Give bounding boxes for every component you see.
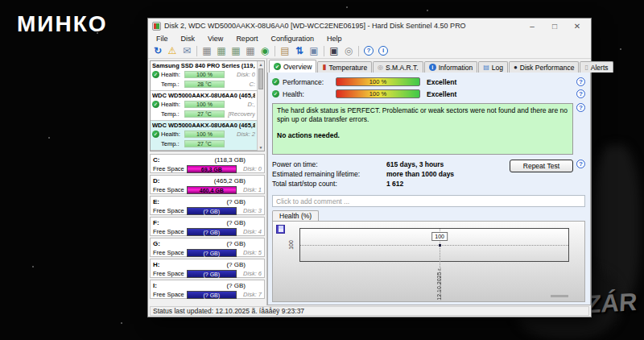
test-button-group: Repeat Test ? (510, 160, 585, 192)
titlebar[interactable]: Disk 2, WDC WD5000AAKX-08U6AA0 [WD-WCC2E… (148, 19, 591, 33)
report-icon[interactable]: ▤ (278, 44, 292, 57)
disk-detect-icon[interactable]: ▦ (200, 44, 214, 57)
tab-label: Disk Performance (520, 64, 575, 72)
partition-disk: Disk: 3 (239, 207, 262, 214)
health-chart-tab[interactable]: Health (%) (272, 210, 319, 221)
free-space-label: Free Space (153, 186, 184, 193)
refresh-icon[interactable]: ↻ (151, 44, 165, 57)
temp-bar: 27 °C (184, 140, 225, 147)
disk-entry-1[interactable]: WDC WD5000AAKX-08U6AA0(465,8 GB) ✓ Healt… (151, 91, 257, 121)
network-icon[interactable]: ▣ (307, 44, 321, 57)
tab-bar: ✔Overview ▮Temperature ◎S.M.A.R.T. iInfo… (267, 59, 591, 73)
partition-d[interactable]: D:(465,2 GB) Free Space460,4 GBDisk: 1 (150, 175, 265, 194)
free-space-label: Free Space (153, 165, 184, 172)
maximize-button[interactable]: □ (545, 19, 564, 32)
message-icon[interactable]: ✉ (180, 44, 194, 57)
partition-disk: Disk: 1 (239, 186, 262, 193)
disk-test-icon[interactable]: ▦ (214, 44, 229, 57)
sync-icon[interactable]: ⇅ (292, 44, 307, 57)
free-space-label: Free Space (153, 291, 184, 298)
partition-disk: Disk: 6 (239, 270, 262, 277)
tab-disk-performance[interactable]: ●Disk Performance (509, 61, 579, 73)
partition-h[interactable]: H:(? GB) Free Space(? GB)Disk: 6 (150, 259, 265, 278)
tab-overview[interactable]: ✔Overview (269, 60, 316, 73)
disk-list-scrollbar[interactable]: ▲ ▼ (257, 61, 264, 151)
partition-disk: Disk: 0 (239, 165, 262, 172)
temp-bar: 28 °C (184, 81, 225, 88)
disk-index: Disk: 2 (226, 131, 255, 138)
disk-entry-2-selected[interactable]: WDC WD5000AAKX-08U6AA0(465,8 GB) ✓ Healt… (151, 121, 257, 151)
tab-alerts[interactable]: ▯Alerts (580, 61, 613, 73)
partition-size: (118,3 GB) (214, 156, 262, 164)
partition-disk: Disk: 7 (239, 291, 262, 298)
remaining-lifetime-value: more than 1000 days (386, 170, 454, 178)
menu-disk[interactable]: Disk (175, 35, 202, 43)
close-button[interactable]: ✕ (568, 19, 587, 32)
help-icon[interactable]: ? (364, 46, 374, 56)
health-rating: Excellent (427, 90, 456, 98)
disk-model: WDC WD5000AAKX-08U6AA0 (152, 92, 237, 99)
status-text: Status last updated: 12.10.2025 ã. íåäåë… (150, 306, 589, 316)
data-point-label: 100 (431, 232, 448, 241)
repeat-test-button[interactable]: Repeat Test (510, 160, 573, 172)
scroll-thumb[interactable] (258, 68, 263, 89)
main-panel: ✔Overview ▮Temperature ◎S.M.A.R.T. iInfo… (266, 59, 591, 305)
power-on-time-value: 615 days, 3 hours (386, 160, 444, 168)
tab-label: Information (439, 64, 473, 72)
world-options-icon[interactable]: ◎ (341, 44, 356, 57)
disk-repair-icon[interactable]: ▦ (243, 44, 258, 57)
health-bar: 100 % (184, 131, 225, 138)
tab-log[interactable]: ▤Log (478, 61, 508, 73)
partition-i[interactable]: I:(? GB) Free Space(? GB)Disk: 7 (150, 280, 265, 299)
chart-scrollbar-thumb[interactable] (551, 295, 568, 297)
scroll-up-icon[interactable]: ▲ (258, 61, 264, 68)
menu-file[interactable]: File (150, 35, 175, 43)
scroll-down-icon[interactable]: ▼ (258, 144, 264, 151)
menu-view[interactable]: View (201, 35, 229, 43)
partition-e[interactable]: E:(? GB) Free Space(? GB)Disk: 3 (150, 196, 265, 215)
disk-model: WDC WD5000AAKX-08U6AA0 (152, 122, 237, 129)
partition-c[interactable]: C:(118,3 GB) Free Space69,3 GBDisk: 0 (150, 154, 265, 173)
disk-entry-0[interactable]: Samsung SSD 840 PRO Series(119,2 GB) ✓ H… (151, 61, 257, 91)
data-point (439, 244, 441, 247)
comment-input[interactable] (272, 195, 585, 207)
help-icon[interactable]: ? (576, 77, 585, 86)
health-label: Health: (161, 71, 183, 78)
free-space-label: Free Space (153, 207, 184, 214)
x-axis-date-label: 12.10.2025 г. (436, 267, 442, 301)
menu-help[interactable]: Help (320, 35, 349, 43)
app-icon (152, 22, 161, 31)
disk-size: (465,8 GB) (239, 122, 255, 129)
help-icon[interactable]: ? (576, 103, 585, 112)
tab-temperature[interactable]: ▮Temperature (317, 61, 372, 73)
disk-list: Samsung SSD 840 PRO Series(119,2 GB) ✓ H… (150, 60, 265, 151)
tab-smart[interactable]: ◎S.M.A.R.T. (373, 61, 423, 73)
help-icon[interactable]: ? (576, 160, 585, 168)
save-chart-icon[interactable] (276, 225, 285, 234)
performance-rating: Excellent (427, 78, 456, 86)
monitor-chart-icon[interactable]: ▣ (327, 44, 341, 57)
help-icon[interactable]: ? (576, 89, 585, 98)
partition-g[interactable]: G:(? GB) Free Space(? GB)Disk: 5 (150, 238, 265, 257)
partition-letter: F: (153, 219, 159, 226)
minimize-button[interactable]: – (522, 19, 542, 32)
tab-information[interactable]: iInformation (424, 61, 478, 73)
disk-surface-icon[interactable]: ▦ (229, 44, 243, 57)
menu-configuration[interactable]: Configuration (264, 35, 320, 43)
tab-label: S.M.A.R.T. (386, 64, 419, 72)
partition-letter: D: (153, 177, 159, 185)
info-icon[interactable]: i (378, 46, 388, 56)
warning-icon[interactable]: ⚠ (165, 44, 180, 57)
globe-icon[interactable]: ◉ (258, 44, 272, 57)
temp-label: Temp.: (161, 140, 183, 147)
free-space-bar: (? GB) (187, 249, 237, 257)
status-message: The hard disk status is PERFECT. Problem… (277, 106, 568, 125)
health-label: Health: (161, 101, 183, 108)
menu-report[interactable]: Report (229, 35, 264, 43)
partition-letter: E: (153, 198, 159, 205)
partition-f[interactable]: F:(? GB) Free Space(? GB)Disk: 4 (150, 217, 265, 236)
free-space-label: Free Space (153, 228, 184, 235)
status-section: The hard disk status is PERFECT. Problem… (272, 103, 585, 155)
ok-check-icon: ✓ (152, 101, 159, 108)
health-bar: 100 % (184, 101, 225, 108)
